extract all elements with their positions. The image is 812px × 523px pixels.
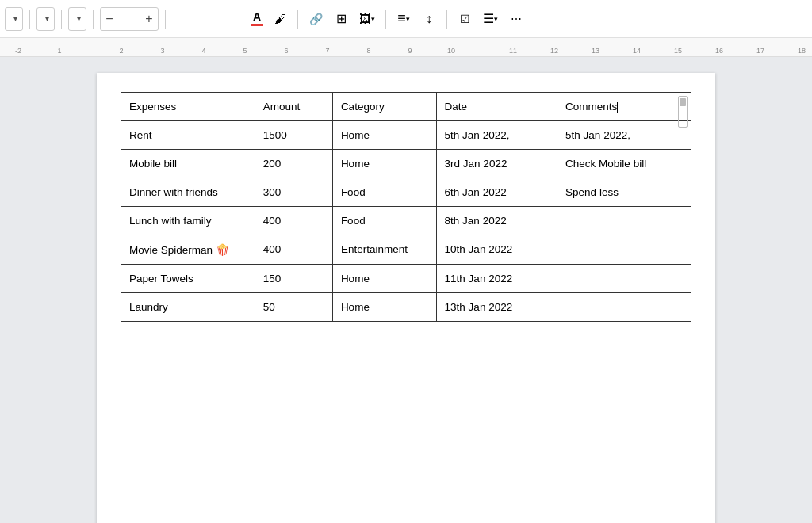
bullets-icon — [483, 11, 494, 26]
table-row: Laundry50Home13th Jan 2022 — [121, 293, 691, 322]
header-expenses: Expenses — [121, 93, 255, 121]
cell-category: Home — [332, 121, 436, 150]
ruler-tick: 2 — [111, 47, 132, 55]
separator-3 — [93, 10, 94, 29]
cell-comments: Spend less — [557, 178, 691, 207]
line-spacing-button[interactable] — [418, 7, 440, 31]
zoom-chevron-icon: ▾ — [13, 14, 17, 23]
cell-date: 3rd Jan 2022 — [436, 150, 557, 178]
cell-category: Home — [332, 150, 436, 178]
table-row: Mobile bill200Home3rd Jan 2022Check Mobi… — [121, 150, 691, 178]
cell-date: 5th Jan 2022, — [436, 121, 557, 150]
ruler-tick: 15 — [668, 47, 688, 55]
cell-date: 6th Jan 2022 — [436, 178, 557, 207]
cell-date: 11th Jan 2022 — [436, 265, 557, 293]
insert-table-button[interactable] — [330, 7, 352, 31]
cell-amount: 150 — [255, 265, 332, 293]
separator-6 — [385, 10, 386, 29]
cell-amount: 400 — [255, 207, 332, 235]
cell-comments: 5th Jan 2022, — [557, 121, 691, 150]
cell-expense: Rent — [121, 121, 255, 150]
font-chevron-icon: ▾ — [77, 14, 81, 23]
ruler-tick: 12 — [544, 47, 565, 55]
text-cursor — [617, 102, 618, 113]
header-comments-text: Comments — [565, 101, 617, 113]
align-button[interactable]: ▾ — [393, 7, 415, 31]
link-button[interactable] — [304, 7, 327, 31]
table-header-row: Expenses Amount Category Date Comments — [121, 93, 691, 121]
zoom-select[interactable]: ▾ — [5, 7, 23, 31]
align-icon — [397, 10, 406, 27]
more-options-button[interactable]: ⋯ — [505, 7, 527, 31]
cell-comments — [557, 293, 691, 322]
style-chevron-icon: ▾ — [45, 14, 49, 23]
checklist-button[interactable] — [454, 7, 476, 31]
ruler-tick: 16 — [709, 47, 730, 55]
ruler-tick: 17 — [750, 47, 771, 55]
ruler-tick: 4 — [193, 47, 214, 55]
cell-amount: 200 — [255, 150, 332, 178]
cell-category: Entertainment — [332, 235, 436, 265]
table-row: Rent1500Home5th Jan 2022,5th Jan 2022, — [121, 121, 691, 150]
font-size-increase-button[interactable]: + — [140, 12, 158, 26]
table-row: Movie Spiderman 🍿400Entertainment10th Ja… — [121, 235, 691, 265]
insert-table-icon — [336, 11, 347, 26]
ruler-tick: 5 — [235, 47, 255, 55]
doc-page: Expenses Amount Category Date Comments R… — [97, 73, 715, 523]
bullets-button[interactable]: ▾ — [479, 7, 502, 31]
highlight-button[interactable]: 🖌 — [269, 7, 291, 31]
cell-expense: Mobile bill — [121, 150, 255, 178]
toolbar: ▾ ▾ ▾ − + A 🖌 🖼 ▾ — [0, 0, 812, 38]
ruler-tick: 10 — [441, 47, 462, 55]
ruler-tick: 8 — [358, 47, 379, 55]
ruler-numbers: -2123456789101112131415161718 — [0, 38, 812, 55]
text-color-bar — [251, 24, 263, 26]
bold-button[interactable] — [172, 7, 194, 31]
cell-expense: Laundry — [121, 293, 255, 322]
font-select[interactable]: ▾ — [68, 7, 86, 31]
cell-category: Food — [332, 207, 436, 235]
cell-category: Food — [332, 178, 436, 207]
image-button[interactable]: 🖼 ▾ — [355, 7, 379, 31]
page-area: Expenses Amount Category Date Comments R… — [0, 57, 812, 523]
more-options-icon: ⋯ — [511, 13, 523, 25]
bullets-chevron-icon: ▾ — [494, 15, 498, 23]
ruler-tick: 3 — [152, 47, 173, 55]
scroll-thumb — [680, 98, 686, 106]
font-size-decrease-button[interactable]: − — [101, 12, 118, 26]
text-color-letter: A — [253, 11, 261, 22]
cell-comments — [557, 265, 691, 293]
header-amount: Amount — [255, 93, 332, 121]
cell-expense: Movie Spiderman 🍿 — [121, 235, 255, 265]
expense-table: Expenses Amount Category Date Comments R… — [121, 92, 691, 322]
cell-date: 8th Jan 2022 — [436, 207, 557, 235]
italic-button[interactable] — [197, 7, 220, 31]
header-category: Category — [332, 93, 436, 121]
ruler-tick: 6 — [276, 47, 297, 55]
cell-comments — [557, 207, 691, 235]
cell-amount: 1500 — [255, 121, 332, 150]
separator-7 — [446, 10, 447, 29]
highlight-icon: 🖌 — [274, 12, 286, 25]
ruler-tick: 9 — [400, 47, 420, 55]
ruler-tick: 14 — [626, 47, 647, 55]
cell-category: Home — [332, 265, 436, 293]
popcorn-emoji: 🍿 — [216, 243, 229, 256]
underline-button[interactable] — [223, 7, 245, 31]
text-color-button[interactable]: A — [248, 7, 266, 31]
style-select[interactable]: ▾ — [36, 7, 55, 31]
image-icon: 🖼 — [359, 12, 371, 25]
ruler-tick: -2 — [8, 47, 29, 55]
cell-category: Home — [332, 293, 436, 322]
align-chevron-icon: ▾ — [406, 15, 410, 23]
font-size-control: − + — [100, 7, 159, 31]
ruler-tick: 13 — [585, 47, 606, 55]
separator-1 — [29, 10, 30, 29]
table-row: Dinner with friends300Food6th Jan 2022Sp… — [121, 178, 691, 207]
table-row: Lunch with family400Food8th Jan 2022 — [121, 207, 691, 235]
cell-expense: Paper Towels — [121, 265, 255, 293]
cell-amount: 400 — [255, 235, 332, 265]
header-date: Date — [436, 93, 557, 121]
ruler-tick: 11 — [503, 47, 523, 55]
cell-amount: 50 — [255, 293, 332, 322]
